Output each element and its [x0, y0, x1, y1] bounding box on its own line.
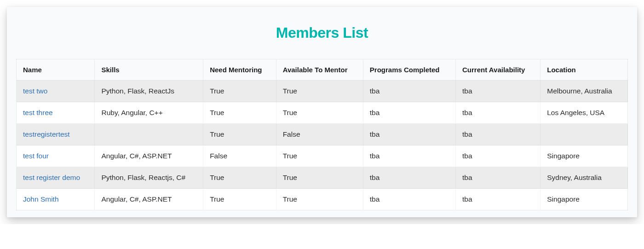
member-name-link[interactable]: test two: [23, 87, 47, 95]
cell-available-to-mentor: True: [276, 145, 363, 167]
cell-current-availability: tba: [456, 145, 540, 167]
page-title: Members List: [7, 7, 637, 59]
member-name-link[interactable]: John Smith: [23, 195, 59, 203]
cell-skills: [95, 124, 203, 145]
cell-current-availability: tba: [456, 189, 540, 210]
cell-need-mentoring: True: [203, 189, 276, 210]
table-row: test four Angular, C#, ASP.NET False Tru…: [17, 145, 628, 167]
cell-current-availability: tba: [456, 167, 540, 189]
cell-available-to-mentor: True: [276, 102, 363, 124]
members-table: Name Skills Need Mentoring Available To …: [16, 59, 628, 210]
member-name-link[interactable]: testregistertest: [23, 130, 70, 138]
member-name-link[interactable]: test three: [23, 109, 53, 116]
cell-skills: Angular, C#, ASP.NET: [95, 189, 203, 210]
table-row: test three Ruby, Angular, C++ True True …: [17, 102, 628, 124]
table-wrapper: Name Skills Need Mentoring Available To …: [7, 59, 637, 213]
table-header-row: Name Skills Need Mentoring Available To …: [17, 59, 628, 81]
cell-programs-completed: tba: [363, 145, 455, 167]
cell-programs-completed: tba: [363, 81, 455, 102]
cell-programs-completed: tba: [363, 102, 455, 124]
page-container: Members List Name Skills Need Mentoring …: [7, 7, 637, 217]
table-row: test two Python, Flask, ReactJs True Tru…: [17, 81, 628, 102]
cell-location: Melbourne, Australia: [540, 81, 628, 102]
cell-programs-completed: tba: [363, 189, 455, 210]
cell-available-to-mentor: True: [276, 81, 363, 102]
cell-available-to-mentor: True: [276, 167, 363, 189]
cell-need-mentoring: True: [203, 81, 276, 102]
cell-skills: Python, Flask, Reactjs, C#: [95, 167, 203, 189]
header-current-availability: Current Availability: [456, 59, 540, 81]
cell-need-mentoring: True: [203, 102, 276, 124]
cell-available-to-mentor: True: [276, 189, 363, 210]
cell-current-availability: tba: [456, 124, 540, 145]
cell-need-mentoring: False: [203, 145, 276, 167]
member-name-link[interactable]: test four: [23, 152, 49, 160]
cell-skills: Angular, C#, ASP.NET: [95, 145, 203, 167]
table-row: John Smith Angular, C#, ASP.NET True Tru…: [17, 189, 628, 210]
cell-location: Singapore: [540, 189, 628, 210]
table-row: testregistertest True False tba tba: [17, 124, 628, 145]
cell-skills: Python, Flask, ReactJs: [95, 81, 203, 102]
member-name-link[interactable]: test register demo: [23, 174, 80, 181]
cell-location: [540, 124, 628, 145]
header-location: Location: [540, 59, 628, 81]
cell-available-to-mentor: False: [276, 124, 363, 145]
header-need-mentoring: Need Mentoring: [203, 59, 276, 81]
table-row: test register demo Python, Flask, Reactj…: [17, 167, 628, 189]
cell-programs-completed: tba: [363, 124, 455, 145]
cell-location: Singapore: [540, 145, 628, 167]
cell-need-mentoring: True: [203, 124, 276, 145]
header-programs-completed: Programs Completed: [363, 59, 455, 81]
cell-current-availability: tba: [456, 102, 540, 124]
cell-location: Los Angeles, USA: [540, 102, 628, 124]
cell-programs-completed: tba: [363, 167, 455, 189]
cell-current-availability: tba: [456, 81, 540, 102]
header-available-to-mentor: Available To Mentor: [276, 59, 363, 81]
cell-skills: Ruby, Angular, C++: [95, 102, 203, 124]
cell-location: Sydney, Australia: [540, 167, 628, 189]
header-skills: Skills: [95, 59, 203, 81]
header-name: Name: [17, 59, 95, 81]
cell-need-mentoring: True: [203, 167, 276, 189]
